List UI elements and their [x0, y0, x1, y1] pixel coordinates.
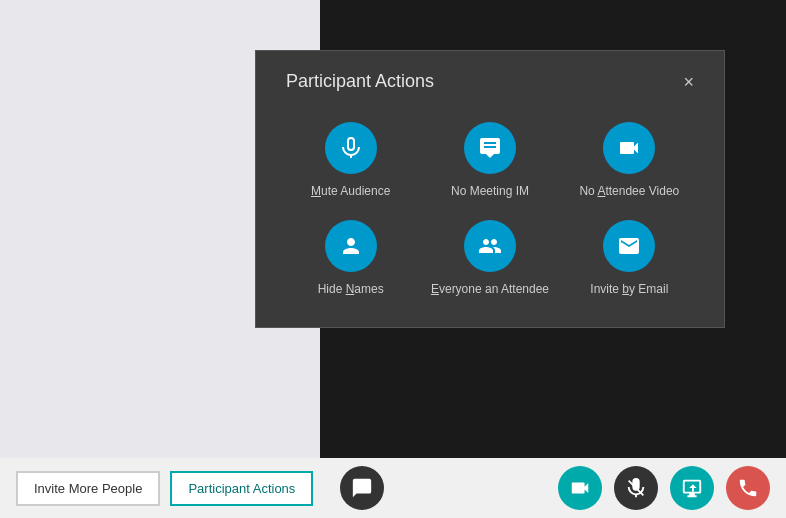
hide-names-label: Hide Names	[318, 282, 384, 298]
action-mute-audience[interactable]: Mute Audience	[286, 122, 415, 200]
chat-toolbar-button[interactable]	[340, 466, 384, 510]
hangup-toolbar-button[interactable]	[726, 466, 770, 510]
everyone-attendee-label: Everyone an Attendee	[431, 282, 549, 298]
participant-actions-dialog: Participant Actions × Mute Audience No M…	[255, 50, 725, 328]
toolbar-right	[558, 466, 770, 510]
everyone-attendee-icon	[464, 220, 516, 272]
dialog-title: Participant Actions	[286, 71, 434, 92]
invite-by-email-label: Invite by Email	[590, 282, 668, 298]
no-attendee-video-icon	[603, 122, 655, 174]
invite-more-people-button[interactable]: Invite More People	[16, 471, 160, 506]
action-no-attendee-video[interactable]: No Attendee Video	[565, 122, 694, 200]
mute-audience-label: Mute Audience	[311, 184, 390, 200]
toolbar-left: Invite More People Participant Actions	[16, 471, 548, 506]
no-meeting-im-icon	[464, 122, 516, 174]
no-attendee-video-label: No Attendee Video	[579, 184, 679, 200]
mic-toolbar-button[interactable]	[614, 466, 658, 510]
no-meeting-im-label: No Meeting IM	[451, 184, 529, 200]
action-no-meeting-im[interactable]: No Meeting IM	[425, 122, 554, 200]
dialog-close-button[interactable]: ×	[683, 73, 694, 91]
screen-share-toolbar-button[interactable]	[670, 466, 714, 510]
camera-toolbar-button[interactable]	[558, 466, 602, 510]
dialog-header: Participant Actions ×	[286, 71, 694, 92]
toolbar: Invite More People Participant Actions	[0, 458, 786, 518]
invite-by-email-icon	[603, 220, 655, 272]
action-everyone-attendee[interactable]: Everyone an Attendee	[425, 220, 554, 298]
action-hide-names[interactable]: Hide Names	[286, 220, 415, 298]
actions-grid: Mute Audience No Meeting IM No Attendee …	[286, 122, 694, 297]
participant-actions-button[interactable]: Participant Actions	[170, 471, 313, 506]
action-invite-by-email[interactable]: Invite by Email	[565, 220, 694, 298]
hide-names-icon	[325, 220, 377, 272]
mute-audience-icon	[325, 122, 377, 174]
